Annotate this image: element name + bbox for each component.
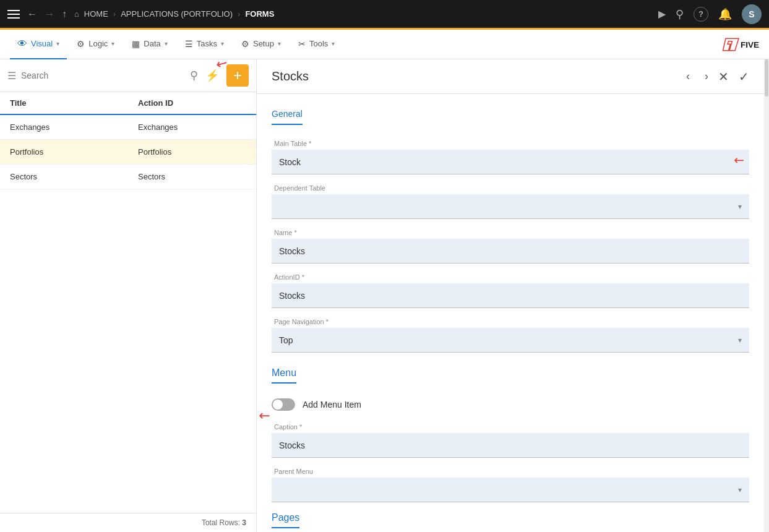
user-avatar[interactable]: S — [742, 4, 762, 24]
help-button[interactable]: ? — [694, 7, 708, 22]
breadcrumb: ⌂ HOME › APPLICATIONS (PORTFOLIO) › FORM… — [74, 9, 274, 19]
panel-tabs: General — [272, 104, 749, 125]
panel-title: Stocks — [272, 69, 681, 84]
page-navigation-field: Page Navigation * Top ▾ — [272, 318, 749, 353]
table-header: Title Action ID — [0, 92, 256, 115]
dependent-table-select[interactable]: ▾ — [272, 194, 749, 219]
nav-data[interactable]: ▦ Data ▾ — [124, 30, 174, 59]
col-title: Title — [0, 92, 128, 114]
play-button[interactable]: ▶ — [658, 8, 666, 20]
page-navigation-select[interactable]: Top ▾ — [272, 328, 749, 353]
total-rows: Total Rows: 3 — [0, 513, 256, 532]
red-arrow-main-table: ↗ — [730, 152, 748, 170]
row-action-portfolios: Portfolios — [128, 140, 256, 164]
nav-visual[interactable]: 👁 Visual ▾ — [10, 30, 67, 59]
row-title-sectors: Sectors — [0, 165, 128, 189]
table-row[interactable]: Portfolios Portfolios — [0, 140, 256, 165]
row-action-exchanges: Exchanges — [128, 115, 256, 139]
search-button[interactable]: ⚲ — [190, 69, 198, 82]
add-menu-toggle[interactable] — [272, 398, 295, 411]
menu-section-label: Menu — [272, 367, 296, 384]
row-title-portfolios: Portfolios — [0, 140, 128, 164]
second-nav-bar: 👁 Visual ▾ ⚙ Logic ▾ ▦ Data ▾ ☰ Tasks ▾ … — [0, 30, 769, 59]
menu-section: Menu ↗ Add Menu Item Caption * Stocks — [272, 367, 749, 502]
nav-tasks[interactable]: ☰ Tasks ▾ — [178, 30, 231, 59]
next-button[interactable]: › — [700, 67, 713, 85]
dependent-table-chevron: ▾ — [738, 202, 742, 211]
logic-icon: ⚙ — [77, 39, 85, 49]
scrollbar-thumb[interactable] — [765, 59, 768, 97]
name-field: Name * Stocks — [272, 229, 749, 264]
main-table-input[interactable]: Stock ↗ — [272, 150, 749, 174]
name-label: Name * — [272, 229, 749, 236]
caption-input[interactable]: Stocks — [272, 433, 749, 458]
caption-field: Caption * Stocks — [272, 423, 749, 458]
right-scrollbar[interactable] — [764, 59, 769, 532]
panel-content: General Main Table * Stock ↗ Dependent T… — [257, 94, 764, 532]
lightning-button[interactable]: ⚡ — [203, 66, 221, 85]
action-id-input[interactable]: Stocks — [272, 283, 749, 308]
nav-tools[interactable]: ✂ Tools ▾ — [291, 30, 342, 59]
table-row[interactable]: Exchanges Exchanges — [0, 115, 256, 140]
pages-section: Pages Type Action Caption + Form ▾ — [272, 512, 749, 532]
parent-menu-select[interactable]: ▾ — [272, 478, 749, 502]
close-panel-button[interactable]: ✕ — [718, 69, 729, 84]
breadcrumb-portfolio[interactable]: APPLICATIONS (PORTFOLIO) — [121, 9, 233, 19]
row-action-sectors: Sectors — [128, 165, 256, 189]
caption-label: Caption * — [272, 423, 749, 431]
nav-logic[interactable]: ⚙ Logic ▾ — [69, 30, 122, 59]
breadcrumb-icon: ⌂ — [74, 9, 79, 19]
parent-menu-field: Parent Menu ▾ — [272, 468, 749, 502]
search-top-button[interactable]: ⚲ — [676, 7, 684, 21]
forward-button[interactable]: → — [45, 9, 54, 20]
tab-general[interactable]: General — [272, 104, 303, 125]
panel-actions: ✕ ✓ — [718, 69, 749, 84]
main-table-field: Main Table * Stock ↗ — [272, 140, 749, 174]
nav-setup[interactable]: ⚙ Setup ▾ — [234, 30, 288, 59]
table-row[interactable]: Sectors Sectors — [0, 165, 256, 189]
tasks-icon: ☰ — [185, 39, 193, 49]
pages-section-label: Pages — [272, 512, 299, 528]
page-navigation-chevron: ▾ — [738, 336, 742, 345]
svg-marker-0 — [723, 38, 739, 51]
left-panel: ☰ ⚲ ⚡ ↗ + Title Action ID Exchanges Exch… — [0, 59, 257, 532]
up-button[interactable]: ↑ — [62, 9, 67, 20]
search-input[interactable] — [21, 71, 185, 80]
confirm-button[interactable]: ✓ — [739, 69, 749, 84]
parent-menu-label: Parent Menu — [272, 468, 749, 475]
data-icon: ▦ — [132, 39, 140, 49]
breadcrumb-forms[interactable]: FORMS — [245, 9, 274, 19]
tools-icon: ✂ — [298, 39, 306, 49]
action-id-label: ActionID * — [272, 273, 749, 281]
setup-icon: ⚙ — [241, 39, 249, 49]
search-bar: ☰ ⚲ ⚡ ↗ + — [0, 59, 256, 92]
hamburger-menu[interactable] — [7, 10, 20, 19]
prev-button[interactable]: ‹ — [681, 67, 695, 85]
eye-icon: 👁 — [17, 38, 27, 49]
notifications-button[interactable]: 🔔 — [718, 7, 732, 21]
main-table-label: Main Table * — [272, 140, 749, 147]
parent-menu-chevron: ▾ — [738, 486, 742, 494]
add-menu-label: Add Menu Item — [303, 400, 361, 410]
toggle-row: ↗ Add Menu Item — [272, 398, 749, 411]
action-id-field: ActionID * Stocks — [272, 273, 749, 308]
dependent-table-label: Dependent Table — [272, 184, 749, 192]
col-action-id: Action ID — [128, 92, 256, 114]
main-layout: ☰ ⚲ ⚡ ↗ + Title Action ID Exchanges Exch… — [0, 59, 769, 532]
nav-arrows: ‹ › — [681, 67, 713, 85]
filter-icon: ☰ — [7, 70, 16, 82]
back-button[interactable]: ← — [27, 9, 37, 20]
dependent-table-field: Dependent Table ▾ — [272, 184, 749, 219]
table-body: Exchanges Exchanges Portfolios Portfolio… — [0, 115, 256, 513]
row-title-exchanges: Exchanges — [0, 115, 128, 139]
add-button[interactable]: + — [226, 64, 249, 87]
svg-text:FIVE: FIVE — [741, 40, 759, 49]
panel-header: Stocks ‹ › ✕ ✓ — [257, 59, 764, 94]
name-input[interactable]: Stocks — [272, 239, 749, 264]
page-navigation-label: Page Navigation * — [272, 318, 749, 325]
right-panel: Stocks ‹ › ✕ ✓ General Main Table * Stoc… — [257, 59, 764, 532]
toggle-knob — [273, 400, 283, 410]
breadcrumb-home[interactable]: HOME — [84, 9, 108, 19]
five-logo: FIVE — [722, 37, 759, 52]
top-bar: ← → ↑ ⌂ HOME › APPLICATIONS (PORTFOLIO) … — [0, 0, 769, 30]
